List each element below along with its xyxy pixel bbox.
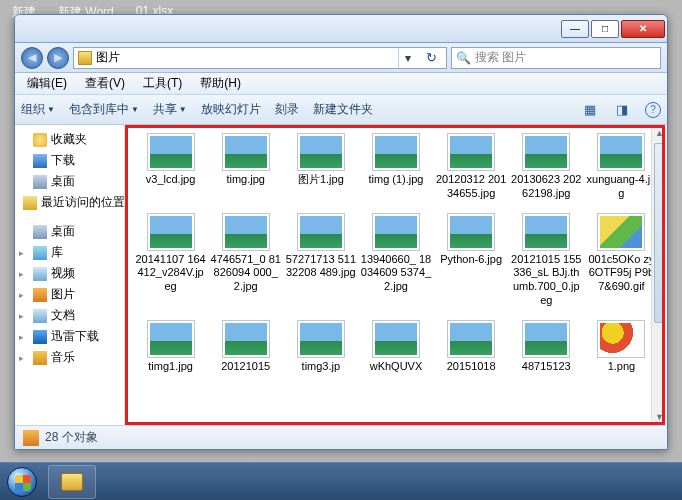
file-name: 20151018 — [447, 360, 496, 374]
image-icon — [375, 216, 417, 248]
status-bar: 28 个对象 — [15, 425, 667, 449]
file-name: 4746571_0 81826094 000_2.jpg — [210, 253, 281, 294]
sidebar-desktop[interactable]: 桌面 — [17, 171, 122, 192]
file-item[interactable]: 20121015 — [208, 316, 283, 378]
file-item[interactable]: 001c5OKo zy6OTF95j P9b7&690.gif — [584, 209, 659, 312]
star-icon — [33, 133, 47, 147]
file-item[interactable]: 57271713 51132208 489.jpg — [283, 209, 358, 312]
file-thumbnail — [522, 320, 570, 358]
taskbar — [0, 462, 682, 500]
address-text: 图片 — [96, 49, 394, 66]
sidebar-documents[interactable]: ▸文档 — [17, 305, 122, 326]
file-thumbnail — [297, 133, 345, 171]
command-bar: 组织▼ 包含到库中▼ 共享▼ 放映幻灯片 刻录 新建文件夹 ▦ ◨ ? — [15, 95, 667, 125]
file-view: v3_lcd.jpgtimg.jpg图片1.jpgtimg (1).jpg201… — [125, 125, 667, 425]
image-icon — [600, 323, 642, 355]
file-item[interactable]: timg1.jpg — [133, 316, 208, 378]
file-thumbnail — [372, 133, 420, 171]
file-thumbnail — [147, 213, 195, 251]
file-name: timg3.jp — [302, 360, 341, 374]
menu-view[interactable]: 查看(V) — [77, 73, 133, 94]
image-icon — [450, 216, 492, 248]
file-item[interactable]: 20121015 155336_sL BJj.thumb.700_0.jpeg — [509, 209, 584, 312]
file-item[interactable]: 1.png — [584, 316, 659, 378]
sidebar-thunder[interactable]: ▸迅雷下载 — [17, 326, 122, 347]
minimize-button[interactable]: — — [561, 20, 589, 38]
file-item[interactable]: 20151018 — [434, 316, 509, 378]
pictures-icon — [23, 430, 39, 446]
scroll-up-icon[interactable]: ▲ — [652, 125, 667, 141]
start-button[interactable] — [0, 463, 44, 501]
image-icon — [225, 216, 267, 248]
image-icon — [600, 136, 642, 168]
file-thumbnail — [597, 133, 645, 171]
menu-edit[interactable]: 编辑(E) — [19, 73, 75, 94]
folder-icon — [61, 473, 83, 491]
share-button[interactable]: 共享▼ — [153, 101, 187, 118]
file-item[interactable]: 48715123 — [509, 316, 584, 378]
slideshow-button[interactable]: 放映幻灯片 — [201, 101, 261, 118]
image-icon — [375, 323, 417, 355]
menu-help[interactable]: 帮助(H) — [192, 73, 249, 94]
file-name: 20121015 155336_sL BJj.thumb.700_0.jpeg — [511, 253, 582, 308]
close-button[interactable]: ✕ — [621, 20, 665, 38]
sidebar-favorites[interactable]: 收藏夹 — [17, 129, 122, 150]
view-mode-icon[interactable]: ▦ — [581, 101, 599, 119]
help-icon[interactable]: ? — [645, 102, 661, 118]
sidebar-desktop-root[interactable]: 桌面 — [17, 221, 122, 242]
file-item[interactable]: xunguang-4.jpg — [584, 129, 659, 205]
maximize-button[interactable]: □ — [591, 20, 619, 38]
file-item[interactable]: timg.jpg — [208, 129, 283, 205]
search-input[interactable]: 🔍 搜索 图片 — [451, 47, 661, 69]
sidebar-pictures[interactable]: ▸图片 — [17, 284, 122, 305]
refresh-icon[interactable]: ↻ — [420, 48, 442, 68]
image-icon — [150, 136, 192, 168]
preview-pane-icon[interactable]: ◨ — [613, 101, 631, 119]
sidebar-downloads[interactable]: 下载 — [17, 150, 122, 171]
sidebar-libraries[interactable]: ▸库 — [17, 242, 122, 263]
taskbar-item-explorer[interactable] — [48, 465, 96, 499]
desktop-icon — [33, 225, 47, 239]
pictures-icon — [33, 288, 47, 302]
file-item[interactable]: 13940660_ 18034609 5374_2.jpg — [358, 209, 433, 312]
nav-forward-button[interactable]: ▶ — [47, 47, 69, 69]
file-thumbnail — [147, 133, 195, 171]
address-dropdown-icon[interactable]: ▾ — [398, 48, 416, 68]
file-item[interactable]: timg (1).jpg — [358, 129, 433, 205]
file-item[interactable]: timg3.jp — [283, 316, 358, 378]
file-name: 图片1.jpg — [298, 173, 344, 187]
burn-button[interactable]: 刻录 — [275, 101, 299, 118]
sidebar-recent[interactable]: 最近访问的位置 — [17, 192, 122, 213]
file-item[interactable]: 20120312 20134655.jpg — [434, 129, 509, 205]
file-grid: v3_lcd.jpgtimg.jpg图片1.jpgtimg (1).jpg201… — [133, 129, 659, 377]
include-in-library-button[interactable]: 包含到库中▼ — [69, 101, 139, 118]
search-icon: 🔍 — [456, 51, 471, 65]
image-icon — [300, 216, 342, 248]
status-count: 28 个对象 — [45, 429, 98, 446]
scroll-down-icon[interactable]: ▼ — [652, 409, 667, 425]
organize-button[interactable]: 组织▼ — [21, 101, 55, 118]
file-name: timg (1).jpg — [368, 173, 423, 187]
file-name: xunguang-4.jpg — [586, 173, 657, 201]
sidebar-music[interactable]: ▸音乐 — [17, 347, 122, 368]
download-icon — [33, 154, 47, 168]
new-folder-button[interactable]: 新建文件夹 — [313, 101, 373, 118]
file-item[interactable]: Python-6.jpg — [434, 209, 509, 312]
file-thumbnail — [597, 320, 645, 358]
sidebar-video[interactable]: ▸视频 — [17, 263, 122, 284]
navigation-pane: 收藏夹 下载 桌面 最近访问的位置 桌面 ▸库 ▸视频 ▸图片 ▸文档 ▸迅雷下… — [15, 125, 125, 425]
scroll-thumb[interactable] — [654, 143, 665, 323]
file-item[interactable]: 20141107 164412_v284V.jpeg — [133, 209, 208, 312]
scrollbar-vertical[interactable]: ▲ ▼ — [651, 125, 667, 425]
file-item[interactable]: wKhQUVX — [358, 316, 433, 378]
file-item[interactable]: 20130623 20262198.jpg — [509, 129, 584, 205]
address-bar[interactable]: 图片 ▾ ↻ — [73, 47, 447, 69]
file-thumbnail — [522, 213, 570, 251]
file-item[interactable]: v3_lcd.jpg — [133, 129, 208, 205]
menu-tools[interactable]: 工具(T) — [135, 73, 190, 94]
file-item[interactable]: 图片1.jpg — [283, 129, 358, 205]
file-item[interactable]: 4746571_0 81826094 000_2.jpg — [208, 209, 283, 312]
search-placeholder: 搜索 图片 — [475, 49, 526, 66]
nav-back-button[interactable]: ◀ — [21, 47, 43, 69]
file-name: 20121015 — [221, 360, 270, 374]
